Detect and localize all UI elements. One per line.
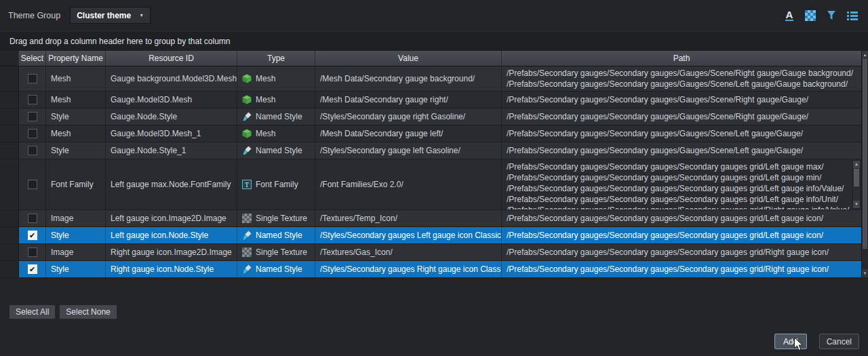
- path-line: /Prefabs/Secondary gauges/Secondary gaug…: [507, 230, 823, 241]
- row-checkbox[interactable]: [28, 146, 37, 155]
- row-checkbox[interactable]: [28, 112, 37, 121]
- value-cell: /Textures/Gas_Icon/: [315, 244, 502, 260]
- path-line: /Prefabs/Secondary gauges/Secondary gaug…: [507, 111, 808, 122]
- row-checkbox[interactable]: [28, 214, 37, 223]
- type-cell: Named Style: [237, 142, 315, 159]
- type-cell: TFont Family: [237, 159, 315, 210]
- value-cell: /Mesh Data/Secondary gauge right/: [315, 92, 502, 108]
- table-row[interactable]: ImageLeft gauge icon.Image2D.ImageSingle…: [0, 210, 861, 227]
- select-cell: [19, 142, 46, 159]
- path-line: /Prefabs/Secondary gauges/Secondary gaug…: [507, 213, 823, 224]
- theme-dropdown[interactable]: Cluster theme ▼: [70, 7, 151, 24]
- scroll-track[interactable]: [853, 168, 860, 201]
- value-cell: /Textures/Temp_Icon/: [315, 210, 502, 226]
- chevron-down-icon: ▼: [139, 13, 144, 18]
- group-by-bar[interactable]: Drag and drop a column header here to gr…: [0, 31, 868, 51]
- scroll-track[interactable]: [862, 59, 868, 269]
- mesh-icon: [242, 74, 252, 83]
- row-checkbox[interactable]: ✔: [28, 231, 37, 240]
- resource-id-cell: Left gauge icon.Node.Style: [106, 227, 237, 243]
- table-row[interactable]: ImageRight gauge icon.Image2D.ImageSingl…: [0, 244, 861, 261]
- path-cell: /Prefabs/Secondary gauges/Secondary gaug…: [502, 92, 861, 108]
- row-indicator: [0, 244, 19, 260]
- path-line: /Prefabs/Secondary gauges/Secondary gaug…: [507, 68, 853, 79]
- filter-icon[interactable]: [824, 8, 839, 23]
- mesh-icon: [242, 129, 252, 138]
- column-header-path[interactable]: Path: [502, 51, 861, 66]
- font-underline-icon[interactable]: A: [782, 8, 797, 23]
- select-none-button[interactable]: Select None: [59, 304, 117, 319]
- table-row[interactable]: StyleGauge.Node.Style_1Named Style/Style…: [0, 142, 861, 159]
- theme-group-label: Theme Group: [8, 11, 60, 20]
- table-row[interactable]: Font FamilyLeft gauge max.Node.FontFamil…: [0, 159, 861, 210]
- table-row[interactable]: ✔StyleLeft gauge icon.Node.StyleNamed St…: [0, 227, 861, 244]
- table-vertical-scrollbar[interactable]: ▲ ▼: [861, 51, 868, 277]
- column-header-property-name[interactable]: Property Name: [46, 51, 106, 66]
- scroll-down-icon[interactable]: ▼: [853, 201, 860, 208]
- table-row[interactable]: StyleGauge.Node.StyleNamed Style/Styles/…: [0, 108, 861, 125]
- path-cell: /Prefabs/Secondary gauges/Secondary gaug…: [502, 125, 861, 142]
- table-row[interactable]: MeshGauge.Model3D.MeshMesh/Mesh Data/Sec…: [0, 92, 861, 108]
- add-button[interactable]: Add: [774, 334, 807, 349]
- type-cell: Named Style: [237, 261, 315, 277]
- theme-group-dialog: Theme Group Cluster theme ▼ A: [0, 0, 868, 356]
- scroll-down-icon[interactable]: ▼: [862, 269, 868, 277]
- row-checkbox[interactable]: [28, 74, 37, 83]
- column-header-resource-id[interactable]: Resource ID: [106, 51, 237, 66]
- resource-id-cell: Right gauge icon.Image2D.Image: [106, 244, 237, 260]
- path-cell: /Prefabs/Secondary gauges/Secondary gaug…: [502, 142, 861, 159]
- value-cell: /Mesh Data/Secondary gauge left/: [315, 125, 502, 142]
- path-cell: /Prefabs/Secondary gauges/Secondary gaug…: [502, 227, 861, 243]
- texture-grid-icon[interactable]: [803, 8, 818, 23]
- row-checkbox[interactable]: [28, 248, 37, 257]
- path-line: /Prefabs/Secondary gauges/Secondary gaug…: [507, 161, 824, 172]
- resource-id-cell: Gauge.Node.Style_1: [106, 142, 237, 159]
- column-header-value[interactable]: Value: [315, 51, 502, 66]
- path-line: /Prefabs/Secondary gauges/Secondary gaug…: [507, 264, 829, 275]
- type-label: Mesh: [256, 74, 275, 83]
- path-cell-scrollbar[interactable]: ▲▼: [852, 160, 861, 209]
- select-cell: [19, 125, 46, 142]
- select-cell: [19, 92, 46, 108]
- type-label: Single Texture: [256, 248, 307, 257]
- row-indicator: [0, 108, 19, 125]
- scroll-up-icon[interactable]: ▲: [862, 51, 868, 59]
- scroll-thumb[interactable]: [863, 59, 867, 249]
- row-indicator: [0, 92, 19, 108]
- path-line: /Prefabs/Secondary gauges/Secondary gaug…: [507, 79, 848, 90]
- property-name-cell: Style: [46, 142, 106, 159]
- property-name-cell: Mesh: [46, 66, 106, 91]
- path-line: /Prefabs/Secondary gauges/Secondary gaug…: [507, 172, 821, 183]
- toolbar: Theme Group Cluster theme ▼ A: [0, 0, 868, 31]
- property-name-cell: Style: [46, 227, 106, 243]
- group-by-hint: Drag and drop a column header here to gr…: [9, 37, 231, 46]
- path-line: /Prefabs/Secondary gauges/Secondary gaug…: [507, 194, 838, 205]
- table-row[interactable]: MeshGauge.Model3D.Mesh_1Mesh/Mesh Data/S…: [0, 125, 861, 142]
- table-row[interactable]: ✔StyleRight gauge icon.Node.StyleNamed S…: [0, 261, 861, 278]
- select-cell: [19, 108, 46, 125]
- type-cell: Single Texture: [237, 210, 315, 226]
- path-cell: /Prefabs/Secondary gauges/Secondary gaug…: [502, 244, 861, 260]
- scroll-thumb[interactable]: [854, 169, 859, 186]
- type-cell: Mesh: [237, 66, 315, 91]
- column-header-type[interactable]: Type: [237, 51, 315, 66]
- row-checkbox[interactable]: [28, 95, 37, 104]
- value-cell: /Styles/Secondary gauges Left gauge icon…: [315, 227, 502, 243]
- type-cell: Named Style: [237, 108, 315, 125]
- path-line: /Prefabs/Secondary gauges/Secondary gaug…: [507, 183, 844, 194]
- row-checkbox[interactable]: ✔: [28, 264, 37, 274]
- type-label: Named Style: [256, 231, 302, 240]
- select-cell: [19, 210, 46, 226]
- cancel-button[interactable]: Cancel: [819, 334, 859, 349]
- row-indicator: [0, 125, 19, 142]
- row-checkbox[interactable]: [28, 129, 37, 138]
- select-all-button[interactable]: Select All: [9, 304, 56, 319]
- table-row[interactable]: MeshGauge background.Model3D.MeshMesh/Me…: [0, 66, 861, 92]
- scroll-up-icon[interactable]: ▲: [853, 161, 860, 168]
- list-view-icon[interactable]: [845, 8, 860, 23]
- row-indicator: [0, 261, 19, 277]
- type-cell: Mesh: [237, 125, 315, 142]
- row-checkbox[interactable]: [28, 180, 37, 189]
- column-header-select[interactable]: Select: [19, 51, 46, 66]
- select-cell: ✔: [19, 227, 46, 243]
